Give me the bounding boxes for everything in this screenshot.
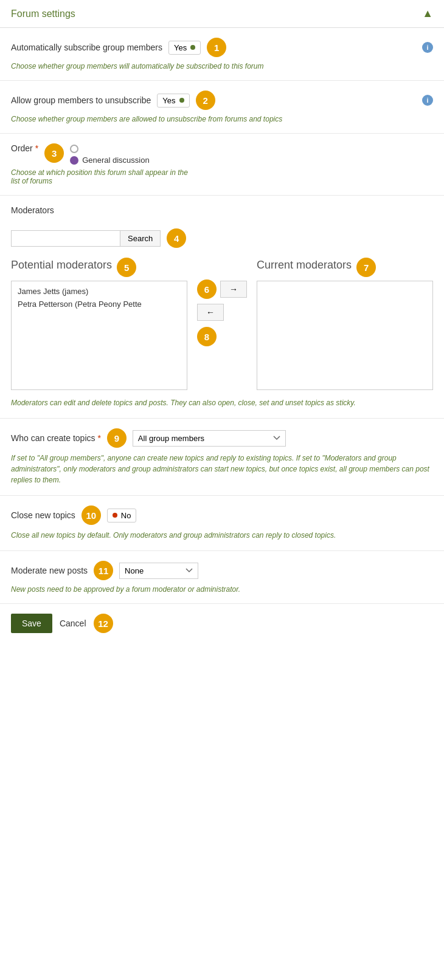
- arrow-left-button[interactable]: ←: [197, 304, 224, 321]
- page-container: Forum settings ▲ Automatically subscribe…: [0, 0, 444, 643]
- order-option-label-2: General discussion: [82, 156, 150, 165]
- step-badge-9: 9: [107, 428, 127, 448]
- section-title: Forum settings: [11, 9, 75, 19]
- step-badge-2: 2: [196, 91, 215, 110]
- moderate-select[interactable]: None All posts First post only: [119, 563, 198, 579]
- who-can-create-row: Who can create topics * 9 All group memb…: [0, 419, 444, 496]
- search-button[interactable]: Search: [120, 230, 161, 247]
- order-required-star: *: [35, 143, 38, 153]
- auto-subscribe-inline: Automatically subscribe group members Ye…: [11, 38, 433, 57]
- step-badge-6: 6: [197, 279, 217, 299]
- auto-subscribe-row: Automatically subscribe group members Ye…: [0, 28, 444, 81]
- allow-unsubscribe-row: Allow group members to unsubscribe Yes 2…: [0, 81, 444, 134]
- order-label: Order *: [11, 143, 38, 153]
- potential-moderators-section: Potential moderators 5 James Jetts (jame…: [11, 258, 187, 390]
- who-can-create-desc: If set to "All group members", anyone ca…: [11, 453, 433, 485]
- search-input[interactable]: [11, 230, 120, 247]
- step-badge-10: 10: [82, 505, 101, 525]
- step-badge-1: 1: [207, 38, 226, 57]
- footer-buttons: Save Cancel 12: [0, 604, 444, 643]
- moderators-section: Moderators Search 4 Potential moderators…: [0, 196, 444, 419]
- radio-filled-icon: [70, 156, 78, 165]
- moderate-desc: New posts need to be approved by a forum…: [11, 585, 433, 594]
- close-topics-inline: Close new topics 10 No: [11, 505, 433, 525]
- moderate-label: Moderate new posts: [11, 566, 88, 575]
- arrow-right-button[interactable]: →: [220, 281, 247, 298]
- close-topics-label: Close new topics: [11, 510, 75, 520]
- auto-subscribe-toggle[interactable]: Yes: [168, 41, 201, 55]
- moderators-arrows: 6 → ← 8: [197, 258, 247, 346]
- cancel-button[interactable]: Cancel: [60, 618, 86, 628]
- allow-unsubscribe-dot: [179, 98, 184, 103]
- order-radio-option-2[interactable]: General discussion: [70, 156, 150, 165]
- auto-subscribe-value: Yes: [174, 43, 187, 52]
- auto-subscribe-desc: Choose whether group members will automa…: [11, 62, 433, 70]
- current-list-box[interactable]: [257, 281, 433, 390]
- topics-row: Who can create topics * 9 All group memb…: [11, 428, 433, 448]
- step-badge-7: 7: [356, 258, 376, 277]
- order-inline: Order * 3 General discussion: [11, 143, 433, 165]
- moderators-columns: Potential moderators 5 James Jetts (jame…: [11, 258, 433, 390]
- arrow-left-row: ←: [197, 304, 247, 321]
- order-section: Order * 3 General discussion Choose at w…: [0, 134, 444, 196]
- chevron-up-icon[interactable]: ▲: [422, 7, 433, 20]
- current-header: Current moderators 7: [257, 258, 433, 277]
- order-radio-option-1[interactable]: [70, 145, 150, 153]
- close-topics-toggle[interactable]: No: [107, 509, 137, 523]
- allow-unsubscribe-inline: Allow group members to unsubscribe Yes 2…: [11, 91, 433, 110]
- potential-header: Potential moderators 5: [11, 258, 187, 277]
- section-header: Forum settings ▲: [0, 0, 444, 28]
- close-topics-dot: [113, 513, 117, 518]
- step-badge-12: 12: [94, 614, 113, 633]
- auto-subscribe-dot: [190, 45, 195, 50]
- step-badge-8: 8: [197, 327, 217, 346]
- who-can-create-star: *: [97, 433, 100, 443]
- close-new-topics-row: Close new topics 10 No Close all new top…: [0, 496, 444, 551]
- radio-empty-icon: [70, 145, 78, 153]
- potential-list-box[interactable]: James Jetts (james) Petra Petterson (Pet…: [11, 281, 187, 390]
- moderators-header: Moderators: [11, 205, 433, 221]
- step-badge-11: 11: [94, 561, 113, 580]
- allow-unsubscribe-desc: Choose whether group members are allowed…: [11, 115, 433, 123]
- potential-title: Potential moderators: [11, 259, 112, 272]
- current-moderators-section: Current moderators 7: [257, 258, 433, 390]
- save-button[interactable]: Save: [11, 614, 52, 633]
- moderate-new-posts-row: Moderate new posts 11 None All posts Fir…: [0, 551, 444, 604]
- close-topics-desc: Close all new topics by default. Only mo…: [11, 530, 433, 541]
- allow-unsubscribe-info-icon[interactable]: i: [422, 95, 433, 106]
- arrow-right-row: 6 →: [197, 279, 247, 299]
- list-item[interactable]: Petra Petterson (Petra Peony Pette: [15, 298, 183, 310]
- search-row: Search 4: [11, 228, 433, 248]
- moderators-title: Moderators: [11, 205, 54, 215]
- step-badge-5: 5: [117, 258, 136, 277]
- step-badge-4: 4: [167, 228, 186, 248]
- current-title: Current moderators: [257, 259, 352, 272]
- step-badge-3: 3: [44, 143, 64, 163]
- allow-unsubscribe-value: Yes: [162, 96, 175, 105]
- auto-subscribe-label: Automatically subscribe group members: [11, 43, 162, 52]
- close-topics-value: No: [121, 511, 131, 520]
- order-desc: Choose at which position this forum shal…: [11, 168, 433, 185]
- order-radio-group: General discussion: [70, 145, 150, 165]
- who-can-create-select[interactable]: All group members Moderators and group a…: [133, 430, 286, 447]
- auto-subscribe-info-icon[interactable]: i: [422, 42, 433, 53]
- list-item[interactable]: James Jetts (james): [15, 285, 183, 298]
- moderators-note: Moderators can edit and delete topics an…: [11, 397, 433, 408]
- allow-unsubscribe-toggle[interactable]: Yes: [157, 94, 189, 108]
- who-can-create-label: Who can create topics *: [11, 433, 101, 443]
- allow-unsubscribe-label: Allow group members to unsubscribe: [11, 95, 151, 105]
- moderate-inline: Moderate new posts 11 None All posts Fir…: [11, 561, 433, 580]
